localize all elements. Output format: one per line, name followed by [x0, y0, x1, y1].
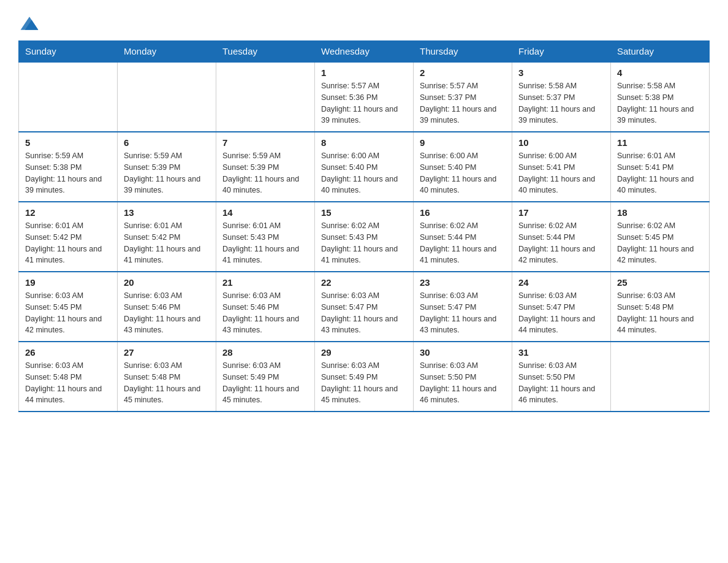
day-info: Sunrise: 6:03 AMSunset: 5:48 PMDaylight:… — [617, 290, 703, 336]
day-number: 17 — [518, 207, 604, 218]
day-number: 27 — [124, 347, 210, 358]
logo-icon — [18, 12, 40, 34]
day-info: Sunrise: 6:00 AMSunset: 5:41 PMDaylight:… — [518, 150, 604, 196]
day-info: Sunrise: 6:03 AMSunset: 5:46 PMDaylight:… — [124, 290, 210, 336]
calendar-cell: 23Sunrise: 6:03 AMSunset: 5:47 PMDayligh… — [414, 272, 512, 342]
day-number: 8 — [321, 137, 407, 148]
day-number: 16 — [420, 207, 506, 218]
day-number: 22 — [321, 277, 407, 288]
calendar-cell: 3Sunrise: 5:58 AMSunset: 5:37 PMDaylight… — [512, 62, 611, 132]
calendar-cell — [19, 62, 118, 132]
calendar-cell: 25Sunrise: 6:03 AMSunset: 5:48 PMDayligh… — [611, 272, 710, 342]
day-number: 9 — [420, 137, 506, 148]
calendar-cell: 10Sunrise: 6:00 AMSunset: 5:41 PMDayligh… — [512, 132, 611, 202]
day-info: Sunrise: 5:58 AMSunset: 5:37 PMDaylight:… — [518, 80, 604, 126]
day-info: Sunrise: 6:01 AMSunset: 5:42 PMDaylight:… — [25, 220, 111, 266]
calendar-cell: 28Sunrise: 6:03 AMSunset: 5:49 PMDayligh… — [216, 342, 315, 412]
calendar-week-row: 12Sunrise: 6:01 AMSunset: 5:42 PMDayligh… — [19, 202, 710, 272]
day-number: 29 — [321, 347, 407, 358]
weekday-header-friday: Friday — [512, 41, 611, 63]
day-number: 23 — [420, 277, 506, 288]
day-number: 18 — [617, 207, 703, 218]
day-info: Sunrise: 5:59 AMSunset: 5:39 PMDaylight:… — [222, 150, 308, 196]
calendar-cell: 30Sunrise: 6:03 AMSunset: 5:50 PMDayligh… — [414, 342, 512, 412]
calendar-cell: 4Sunrise: 5:58 AMSunset: 5:38 PMDaylight… — [611, 62, 710, 132]
calendar-header: SundayMondayTuesdayWednesdayThursdayFrid… — [19, 41, 710, 63]
day-info: Sunrise: 6:03 AMSunset: 5:47 PMDaylight:… — [420, 290, 506, 336]
calendar-cell: 20Sunrise: 6:03 AMSunset: 5:46 PMDayligh… — [118, 272, 216, 342]
day-number: 2 — [420, 67, 506, 78]
calendar-cell: 19Sunrise: 6:03 AMSunset: 5:45 PMDayligh… — [19, 272, 118, 342]
calendar-cell: 21Sunrise: 6:03 AMSunset: 5:46 PMDayligh… — [216, 272, 315, 342]
weekday-header-sunday: Sunday — [19, 41, 118, 63]
day-info: Sunrise: 6:03 AMSunset: 5:49 PMDaylight:… — [222, 360, 308, 406]
calendar-cell: 22Sunrise: 6:03 AMSunset: 5:47 PMDayligh… — [315, 272, 414, 342]
day-number: 21 — [222, 277, 308, 288]
day-info: Sunrise: 6:03 AMSunset: 5:50 PMDaylight:… — [420, 360, 506, 406]
weekday-header-tuesday: Tuesday — [216, 41, 315, 63]
day-number: 25 — [617, 277, 703, 288]
day-number: 15 — [321, 207, 407, 218]
day-info: Sunrise: 6:03 AMSunset: 5:47 PMDaylight:… — [321, 290, 407, 336]
page-header — [18, 12, 710, 34]
calendar-cell: 8Sunrise: 6:00 AMSunset: 5:40 PMDaylight… — [315, 132, 414, 202]
day-number: 3 — [518, 67, 604, 78]
calendar-cell: 13Sunrise: 6:01 AMSunset: 5:42 PMDayligh… — [118, 202, 216, 272]
day-info: Sunrise: 6:03 AMSunset: 5:47 PMDaylight:… — [518, 290, 604, 336]
calendar-cell: 16Sunrise: 6:02 AMSunset: 5:44 PMDayligh… — [414, 202, 512, 272]
calendar-cell: 12Sunrise: 6:01 AMSunset: 5:42 PMDayligh… — [19, 202, 118, 272]
logo — [18, 12, 43, 34]
calendar-cell — [216, 62, 315, 132]
calendar-week-row: 19Sunrise: 6:03 AMSunset: 5:45 PMDayligh… — [19, 272, 710, 342]
calendar-cell: 27Sunrise: 6:03 AMSunset: 5:48 PMDayligh… — [118, 342, 216, 412]
calendar-cell: 24Sunrise: 6:03 AMSunset: 5:47 PMDayligh… — [512, 272, 611, 342]
calendar-cell: 7Sunrise: 5:59 AMSunset: 5:39 PMDaylight… — [216, 132, 315, 202]
day-info: Sunrise: 6:02 AMSunset: 5:44 PMDaylight:… — [420, 220, 506, 266]
calendar-cell: 15Sunrise: 6:02 AMSunset: 5:43 PMDayligh… — [315, 202, 414, 272]
weekday-header-thursday: Thursday — [414, 41, 512, 63]
calendar-cell: 6Sunrise: 5:59 AMSunset: 5:39 PMDaylight… — [118, 132, 216, 202]
day-info: Sunrise: 5:57 AMSunset: 5:36 PMDaylight:… — [321, 80, 407, 126]
weekday-header-monday: Monday — [118, 41, 216, 63]
weekday-header-row: SundayMondayTuesdayWednesdayThursdayFrid… — [19, 41, 710, 63]
calendar-cell: 1Sunrise: 5:57 AMSunset: 5:36 PMDaylight… — [315, 62, 414, 132]
calendar-cell — [611, 342, 710, 412]
calendar-cell: 31Sunrise: 6:03 AMSunset: 5:50 PMDayligh… — [512, 342, 611, 412]
calendar-cell — [118, 62, 216, 132]
calendar-cell: 9Sunrise: 6:00 AMSunset: 5:40 PMDaylight… — [414, 132, 512, 202]
day-info: Sunrise: 6:02 AMSunset: 5:45 PMDaylight:… — [617, 220, 703, 266]
day-number: 31 — [518, 347, 604, 358]
calendar-week-row: 1Sunrise: 5:57 AMSunset: 5:36 PMDaylight… — [19, 62, 710, 132]
day-number: 20 — [124, 277, 210, 288]
weekday-header-wednesday: Wednesday — [315, 41, 414, 63]
day-info: Sunrise: 6:01 AMSunset: 5:42 PMDaylight:… — [124, 220, 210, 266]
day-info: Sunrise: 5:59 AMSunset: 5:39 PMDaylight:… — [124, 150, 210, 196]
day-number: 14 — [222, 207, 308, 218]
day-info: Sunrise: 5:57 AMSunset: 5:37 PMDaylight:… — [420, 80, 506, 126]
day-number: 4 — [617, 67, 703, 78]
day-number: 19 — [25, 277, 111, 288]
day-number: 26 — [25, 347, 111, 358]
day-info: Sunrise: 6:03 AMSunset: 5:46 PMDaylight:… — [222, 290, 308, 336]
day-info: Sunrise: 6:02 AMSunset: 5:44 PMDaylight:… — [518, 220, 604, 266]
day-info: Sunrise: 6:03 AMSunset: 5:50 PMDaylight:… — [518, 360, 604, 406]
day-info: Sunrise: 6:03 AMSunset: 5:45 PMDaylight:… — [25, 290, 111, 336]
day-number: 28 — [222, 347, 308, 358]
calendar-body: 1Sunrise: 5:57 AMSunset: 5:36 PMDaylight… — [19, 62, 710, 412]
day-info: Sunrise: 6:00 AMSunset: 5:40 PMDaylight:… — [420, 150, 506, 196]
calendar-cell: 17Sunrise: 6:02 AMSunset: 5:44 PMDayligh… — [512, 202, 611, 272]
day-number: 30 — [420, 347, 506, 358]
day-number: 6 — [124, 137, 210, 148]
day-number: 10 — [518, 137, 604, 148]
day-info: Sunrise: 6:03 AMSunset: 5:48 PMDaylight:… — [124, 360, 210, 406]
calendar-cell: 11Sunrise: 6:01 AMSunset: 5:41 PMDayligh… — [611, 132, 710, 202]
day-number: 5 — [25, 137, 111, 148]
day-number: 7 — [222, 137, 308, 148]
day-info: Sunrise: 5:59 AMSunset: 5:38 PMDaylight:… — [25, 150, 111, 196]
day-info: Sunrise: 6:03 AMSunset: 5:49 PMDaylight:… — [321, 360, 407, 406]
day-info: Sunrise: 6:02 AMSunset: 5:43 PMDaylight:… — [321, 220, 407, 266]
day-info: Sunrise: 6:01 AMSunset: 5:41 PMDaylight:… — [617, 150, 703, 196]
calendar-cell: 14Sunrise: 6:01 AMSunset: 5:43 PMDayligh… — [216, 202, 315, 272]
day-info: Sunrise: 6:00 AMSunset: 5:40 PMDaylight:… — [321, 150, 407, 196]
day-info: Sunrise: 5:58 AMSunset: 5:38 PMDaylight:… — [617, 80, 703, 126]
